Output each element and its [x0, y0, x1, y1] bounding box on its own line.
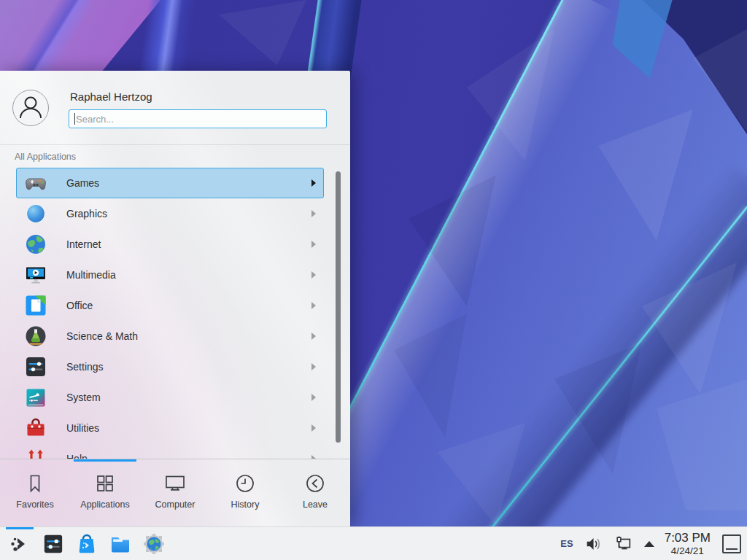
category-row-utilities[interactable]: Utilities: [16, 413, 324, 443]
submenu-arrow-icon: [311, 210, 316, 217]
category-row-graphics[interactable]: Graphics: [16, 198, 324, 229]
leave-icon: [304, 472, 326, 495]
active-task-indicator: [6, 527, 34, 529]
sliders-icon: [25, 356, 47, 378]
tab-label: Applications: [80, 499, 129, 510]
application-launcher-menu: Raphael Hertzog All Applications: [0, 71, 350, 526]
dolphin-folder-icon: [109, 533, 131, 555]
search-input[interactable]: [69, 109, 327, 128]
kickoff-launcher-icon: [9, 533, 31, 555]
submenu-arrow-icon: [311, 241, 316, 248]
dolphin-button[interactable]: [104, 527, 137, 560]
category-row-settings[interactable]: Settings: [16, 351, 324, 382]
category-label: Science & Math: [66, 330, 311, 342]
monitor-icon: [163, 472, 187, 495]
tab-label: History: [231, 499, 260, 510]
category-list: Games Graphics: [0, 167, 350, 459]
keyboard-layout-indicator[interactable]: ES: [560, 538, 573, 549]
system-sliders-icon: [25, 386, 47, 408]
category-label: Settings: [66, 361, 311, 373]
help-icon: [25, 448, 47, 459]
clock-date: 4/24/21: [665, 545, 711, 557]
digital-clock[interactable]: 7:03 PM 4/24/21: [665, 531, 711, 556]
show-desktop-button[interactable]: [722, 534, 741, 553]
clock-time: 7:03 PM: [665, 531, 711, 545]
category-label: Office: [66, 300, 311, 311]
active-tab-indicator: [74, 459, 136, 462]
category-row-internet[interactable]: Internet: [16, 229, 324, 260]
category-label: Help: [66, 453, 311, 459]
submenu-arrow-icon: [311, 332, 316, 340]
category-row-games[interactable]: Games: [16, 168, 324, 198]
category-row-system[interactable]: System: [16, 382, 324, 413]
system-settings-button[interactable]: [36, 527, 70, 560]
category-row-multimedia[interactable]: Multimedia: [16, 260, 324, 290]
user-icon: [13, 90, 48, 125]
globe-icon: [25, 233, 47, 255]
grid-icon: [94, 472, 116, 495]
submenu-arrow-icon: [311, 394, 316, 401]
user-avatar: [12, 90, 49, 126]
category-label: Internet: [66, 238, 311, 250]
category-row-help[interactable]: Help: [16, 443, 324, 459]
user-name: Raphael Hertzog: [70, 90, 327, 103]
launcher-header: Raphael Hertzog: [0, 71, 350, 140]
category-label: Graphics: [66, 208, 311, 219]
bookmark-icon: [24, 472, 46, 495]
document-icon: [25, 295, 47, 316]
submenu-arrow-icon: [311, 363, 316, 370]
gamepad-icon: [25, 172, 47, 194]
text-cursor: [74, 113, 75, 125]
media-monitor-icon: [25, 264, 47, 286]
discover-icon: [76, 533, 98, 555]
category-label: System: [66, 392, 311, 403]
tab-label: Computer: [155, 499, 196, 510]
category-row-office[interactable]: Office: [16, 290, 324, 321]
category-label: Multimedia: [66, 269, 311, 281]
submenu-arrow-icon: [311, 271, 316, 279]
tab-applications[interactable]: Applications: [70, 459, 140, 526]
list-scrollbar[interactable]: [336, 171, 341, 443]
clock-icon: [234, 472, 256, 495]
category-label: Games: [66, 177, 311, 189]
system-settings-icon: [43, 534, 63, 554]
tab-label: Favorites: [16, 499, 53, 510]
taskbar: ES 7:03 PM 4/24/21: [0, 526, 747, 560]
toolbox-icon: [25, 417, 47, 439]
launcher-tab-bar: Favorites Applications: [0, 459, 350, 526]
system-tray: ES: [560, 534, 654, 553]
category-row-science-math[interactable]: Science & Math: [16, 321, 324, 351]
tab-label: Leave: [303, 499, 328, 510]
submenu-arrow-icon: [311, 302, 316, 309]
tab-history[interactable]: History: [210, 459, 280, 526]
tab-computer[interactable]: Computer: [140, 459, 210, 526]
volume-icon[interactable]: [584, 534, 603, 553]
tab-favorites[interactable]: Favorites: [0, 459, 70, 526]
network-icon[interactable]: [614, 534, 633, 553]
discover-button[interactable]: [70, 527, 104, 560]
category-label: Utilities: [66, 422, 311, 434]
desktop[interactable]: Raphael Hertzog All Applications: [0, 0, 747, 560]
tab-leave[interactable]: Leave: [280, 459, 350, 526]
web-browser-globe-icon: [143, 533, 165, 555]
web-browser-button[interactable]: [137, 527, 171, 560]
submenu-arrow-icon: [311, 179, 316, 187]
section-label: All Applications: [0, 145, 350, 167]
kickoff-launcher-button[interactable]: [3, 527, 36, 560]
flask-icon: [25, 325, 47, 347]
expand-tray-caret-icon[interactable]: [644, 541, 654, 547]
submenu-arrow-icon: [311, 424, 316, 432]
sphere-icon: [25, 203, 47, 225]
